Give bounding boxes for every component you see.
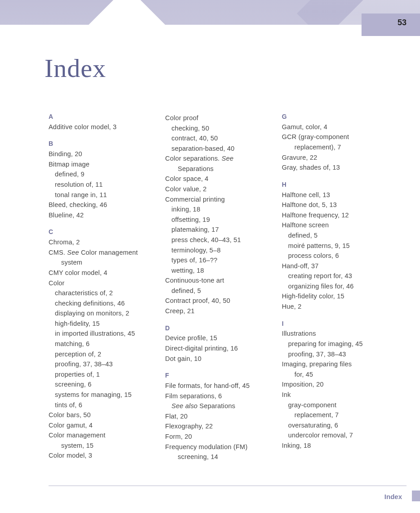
index-entry: Halftone screen (282, 220, 386, 230)
index-entry: organizing files for, 46 (282, 282, 386, 291)
index-letter: F (165, 371, 269, 380)
index-entry: wetting, 18 (165, 266, 269, 275)
footer-tab (412, 490, 420, 501)
index-entry: Creep, 21 (165, 306, 269, 316)
index-entry: Color value, 2 (165, 184, 269, 194)
index-entry: Halftone cell, 13 (282, 190, 386, 200)
index-entry: Flexography, 22 (165, 422, 269, 431)
index-entry: CMY color model, 4 (49, 268, 152, 278)
index-entry: Separations (165, 164, 269, 174)
index-entry: checking, 50 (165, 124, 269, 133)
index-column-1: AAdditive color model, 3BBinding, 20Bitm… (49, 112, 152, 462)
index-entry: gray-component (282, 400, 386, 410)
index-entry: Chroma, 2 (49, 238, 152, 247)
index-entry: Color management (49, 431, 152, 440)
index-entry: Color space, 4 (165, 174, 269, 184)
index-entry: screening, 6 (49, 380, 152, 389)
index-entry: Additive color model, 3 (49, 122, 152, 132)
index-entry: Commercial printing (165, 195, 269, 204)
index-entry: in imported illustrations, 45 (49, 329, 152, 338)
index-entry: defined, 5 (282, 231, 386, 240)
index-letter: A (49, 112, 152, 122)
index-entry: Frequency modulation (FM) (165, 442, 269, 452)
index-entry: CMS. See Color management (49, 248, 152, 257)
index-entry: Color separations. See (165, 154, 269, 163)
index-entry: resolution of, 11 (49, 180, 152, 189)
index-entry: GCR (gray-component (282, 132, 386, 142)
page-tab (362, 14, 420, 36)
index-entry: characteristics of, 2 (49, 288, 152, 298)
index-entry: preparing for imaging, 45 (282, 339, 386, 349)
index-entry: Color proof (165, 113, 269, 123)
index-entry: proofing, 37, 38–43 (49, 360, 152, 369)
decorative-banner (0, 0, 420, 36)
index-columns: AAdditive color model, 3BBinding, 20Bitm… (49, 112, 386, 462)
index-entry: Binding, 20 (49, 149, 152, 159)
index-entry: Hue, 2 (282, 302, 386, 311)
index-entry: undercolor removal, 7 (282, 431, 386, 440)
index-entry: terminology, 5–8 (165, 246, 269, 255)
index-entry: Imaging, preparing files (282, 360, 386, 369)
index-entry: tonal range in, 11 (49, 190, 152, 200)
index-entry: High-fidelity color, 15 (282, 292, 386, 301)
index-entry: Halftone dot, 5, 13 (282, 200, 386, 210)
index-entry: creating report for, 43 (282, 271, 386, 281)
index-entry: Form, 20 (165, 432, 269, 441)
index-entry: systems for managing, 15 (49, 390, 152, 400)
index-entry: platemaking, 17 (165, 225, 269, 234)
index-entry: defined, 9 (49, 170, 152, 179)
index-entry: properties of, 1 (49, 370, 152, 379)
index-letter: H (282, 180, 386, 189)
index-entry: system, 15 (49, 441, 152, 450)
index-entry: replacement), 7 (282, 143, 386, 152)
page-number: 53 (398, 18, 407, 27)
index-entry: Color model, 3 (49, 451, 152, 460)
index-entry: Bitmap image (49, 160, 152, 169)
index-entry: perception of, 2 (49, 350, 152, 359)
index-entry: checking definitions, 46 (49, 299, 152, 308)
index-entry: Halftone frequency, 12 (282, 211, 386, 220)
footer-label: Index (384, 493, 402, 500)
index-entry: for, 45 (282, 370, 386, 379)
index-entry: See also Separations (165, 401, 269, 411)
index-entry: matching, 6 (49, 339, 152, 349)
footer-rule (49, 486, 407, 486)
index-entry: Ink (282, 390, 386, 400)
index-letter: G (282, 112, 386, 122)
index-entry: offsetting, 19 (165, 215, 269, 225)
index-entry: Inking, 18 (282, 441, 386, 450)
index-entry: Direct-digital printing, 16 (165, 344, 269, 353)
index-column-3: GGamut, color, 4GCR (gray-componentrepla… (282, 112, 386, 462)
index-entry: Blueline, 42 (49, 211, 152, 220)
index-entry: Illustrations (282, 329, 386, 338)
index-entry: press check, 40–43, 51 (165, 235, 269, 245)
index-entry: Device profile, 15 (165, 333, 269, 343)
index-entry: Bleed, checking, 46 (49, 200, 152, 210)
index-entry: Continuous-tone art (165, 276, 269, 285)
index-entry: screening, 14 (165, 452, 269, 462)
index-entry: replacement, 7 (282, 410, 386, 420)
index-entry: Color gamut, 4 (49, 421, 152, 430)
index-entry: separation-based, 40 (165, 144, 269, 153)
index-entry: system (49, 258, 152, 267)
index-entry: Gamut, color, 4 (282, 122, 386, 132)
index-entry: File formats, for hand-off, 45 (165, 381, 269, 391)
index-entry: Hand-off, 37 (282, 261, 386, 271)
index-entry: Contract proof, 40, 50 (165, 296, 269, 306)
index-entry: Flat, 20 (165, 412, 269, 421)
index-entry: proofing, 37, 38–43 (282, 350, 386, 359)
index-entry: Dot gain, 10 (165, 354, 269, 364)
index-entry: oversaturating, 6 (282, 421, 386, 430)
index-entry: displaying on monitors, 2 (49, 309, 152, 318)
index-entry: Color (49, 279, 152, 288)
index-entry: defined, 5 (165, 286, 269, 296)
index-entry: Gravure, 22 (282, 153, 386, 162)
index-letter: D (165, 324, 269, 333)
index-entry: Gray, shades of, 13 (282, 163, 386, 172)
index-entry: tints of, 6 (49, 400, 152, 410)
index-entry: moiré patterns, 9, 15 (282, 241, 386, 251)
index-entry: Color bars, 50 (49, 410, 152, 420)
index-letter: B (49, 140, 152, 148)
index-entry: contract, 40, 50 (165, 134, 269, 143)
index-letter: C (49, 228, 152, 237)
